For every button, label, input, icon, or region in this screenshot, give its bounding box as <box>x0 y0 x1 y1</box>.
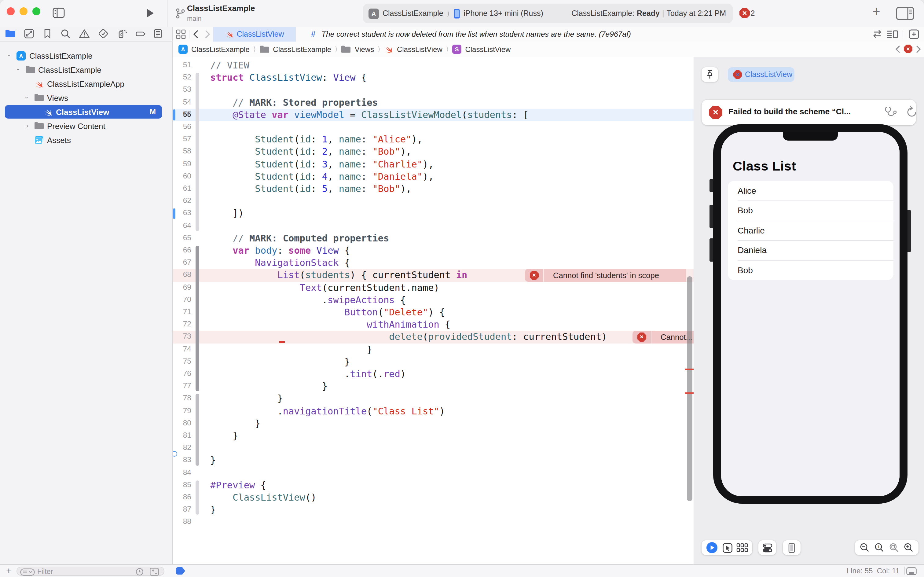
code-line[interactable]: 74 } <box>173 343 694 355</box>
line-number[interactable]: 83 <box>173 456 191 464</box>
code-line[interactable]: 64 <box>173 220 694 232</box>
error-count[interactable]: 2 <box>750 8 755 18</box>
line-number[interactable]: 55 <box>173 110 191 119</box>
sidebar-item-classlistexampleapp[interactable]: ClassListExampleApp <box>0 77 172 91</box>
code-line[interactable]: 54 // MARK: Stored properties <box>173 96 694 108</box>
tests-navigator-icon[interactable] <box>98 29 109 39</box>
selectable-mode-icon[interactable] <box>722 543 732 553</box>
line-number[interactable]: 79 <box>173 406 191 415</box>
breadcrumb-item[interactable]: ClassListExample <box>191 45 250 53</box>
line-number[interactable]: 54 <box>173 97 191 106</box>
editor-layout-icon[interactable] <box>896 7 914 20</box>
line-number[interactable]: 68 <box>173 271 191 279</box>
run-destination[interactable]: iPhone 13+ mini (Russ) <box>464 9 543 18</box>
disclosure-chevron-icon[interactable]: › <box>24 97 31 99</box>
line-number[interactable]: 70 <box>173 295 191 304</box>
line-number[interactable]: 57 <box>173 134 191 143</box>
issues-navigator-icon[interactable] <box>79 29 90 39</box>
line-number[interactable]: 88 <box>173 517 191 526</box>
reports-navigator-icon[interactable] <box>153 29 163 39</box>
code-line[interactable]: 88 <box>173 516 694 529</box>
line-number[interactable]: 52 <box>173 73 191 81</box>
code-line[interactable]: 51// VIEW <box>173 59 694 71</box>
zoom-in-icon[interactable] <box>904 543 914 553</box>
line-number[interactable]: 86 <box>173 493 191 501</box>
breadcrumb-item[interactable]: Views <box>355 45 374 53</box>
swap-editors-icon[interactable] <box>872 29 882 39</box>
error-annotation-message[interactable]: Cannot find 'students' in scope <box>544 269 686 282</box>
code-line[interactable]: 60 Student(id: 4, name: "Daniela"), <box>173 171 694 183</box>
line-number[interactable]: 62 <box>173 196 191 205</box>
zoom-100-icon[interactable]: 1 <box>874 543 884 553</box>
sidebar-item-classlistexample[interactable]: ›ClassListExample <box>0 63 172 77</box>
code-line[interactable]: 73 delete(providedStudent: currentStuden… <box>173 331 694 343</box>
code-line[interactable]: 86 ClassListView() <box>173 492 694 504</box>
recent-filter-icon[interactable] <box>136 568 143 576</box>
breadcrumb-item[interactable]: ClassListExample <box>273 45 331 53</box>
error-count-icon[interactable]: ✕ <box>739 8 750 18</box>
forward-icon[interactable] <box>205 30 210 39</box>
breakpoint-indicator[interactable] <box>176 567 185 575</box>
jump-bar[interactable]: AClassListExample⟩ClassListExample⟩Views… <box>173 42 924 58</box>
error-annotation-icon[interactable]: ✕ <box>633 331 651 343</box>
reload-preview-icon[interactable] <box>906 106 918 119</box>
disclosure-chevron-icon[interactable]: › <box>26 122 28 129</box>
source-editor[interactable]: 51// VIEW52struct ClassListView: View {5… <box>173 57 694 564</box>
line-number[interactable]: 73 <box>173 332 191 341</box>
code-line[interactable]: 63 ]) <box>173 208 694 220</box>
line-number[interactable]: 80 <box>173 419 191 427</box>
code-line[interactable]: 80 } <box>173 417 694 430</box>
code-line[interactable]: 72 withAnimation { <box>173 318 694 331</box>
code-line[interactable]: 69 Text(currentStudent.name) <box>173 282 694 294</box>
sidebar-item-classlistview[interactable]: ClassListViewM <box>0 105 172 119</box>
run-button[interactable] <box>146 8 155 18</box>
iphone-screen[interactable]: Class List AliceBobCharlieDanielaBob <box>721 132 900 496</box>
sidebar-item-assets[interactable]: Assets <box>0 133 172 147</box>
code-line[interactable]: 61 Student(id: 5, name: "Bob"), <box>173 183 694 195</box>
code-line[interactable]: 78 } <box>173 393 694 405</box>
breadcrumb-item[interactable]: ClassListView <box>397 45 443 53</box>
filter-scope-icon[interactable] <box>150 568 159 576</box>
add-tab-button[interactable]: + <box>872 4 880 19</box>
toggle-sidebar-icon[interactable] <box>53 7 65 19</box>
commit-message[interactable]: The correct student is now deleted from … <box>322 30 631 39</box>
debug-navigator-icon[interactable] <box>117 29 128 39</box>
code-line[interactable]: 65 // MARK: Computed properties <box>173 232 694 245</box>
breakpoints-navigator-icon[interactable] <box>135 29 146 39</box>
error-annotation-icon[interactable]: ✕ <box>525 269 543 282</box>
code-line[interactable]: 55 @State var viewModel = ClassListViewM… <box>173 109 694 121</box>
line-number[interactable]: 58 <box>173 147 191 156</box>
line-number[interactable]: 61 <box>173 184 191 193</box>
list-item[interactable]: Daniela <box>728 240 893 260</box>
editor-scrollbar[interactable] <box>687 276 692 501</box>
activity-status-bar[interactable]: A ClassListExample ⟩ iPhone 13+ mini (Ru… <box>363 4 733 23</box>
zoom-out-icon[interactable] <box>860 543 869 553</box>
code-line[interactable]: 75 } <box>173 356 694 368</box>
line-number[interactable]: 75 <box>173 357 191 366</box>
list-item[interactable]: Alice <box>728 181 893 201</box>
code-line[interactable]: 52struct ClassListView: View { <box>173 71 694 84</box>
add-item-button[interactable]: + <box>6 566 11 576</box>
previous-issue-icon[interactable] <box>895 45 900 53</box>
list-item[interactable]: Bob <box>728 260 893 280</box>
list-item[interactable]: Charlie <box>728 221 893 240</box>
build-error-banner[interactable]: ✕ Failed to build the scheme “Cl... <box>702 100 916 125</box>
line-number[interactable]: 81 <box>173 431 191 440</box>
sidebar-item-views[interactable]: ›Views <box>0 91 172 105</box>
add-editor-icon[interactable] <box>909 29 919 39</box>
line-number[interactable]: 84 <box>173 468 191 477</box>
code-line[interactable]: 70 .swipeActions { <box>173 294 694 306</box>
adjust-editor-options-icon[interactable] <box>887 29 898 39</box>
line-number[interactable]: 66 <box>173 246 191 254</box>
close-window-button[interactable] <box>7 7 14 15</box>
code-line[interactable]: 58 Student(id: 2, name: "Bob"), <box>173 146 694 158</box>
line-number[interactable]: 76 <box>173 369 191 378</box>
code-line[interactable]: 76 .tint(.red) <box>173 368 694 380</box>
code-line[interactable]: 53 <box>173 84 694 96</box>
line-number[interactable]: 78 <box>173 394 191 403</box>
line-number[interactable]: 87 <box>173 505 191 513</box>
code-line[interactable]: 85#Preview { <box>173 479 694 492</box>
bookmarks-navigator-icon[interactable] <box>43 29 52 39</box>
line-number[interactable]: 71 <box>173 308 191 316</box>
line-number[interactable]: 85 <box>173 480 191 489</box>
